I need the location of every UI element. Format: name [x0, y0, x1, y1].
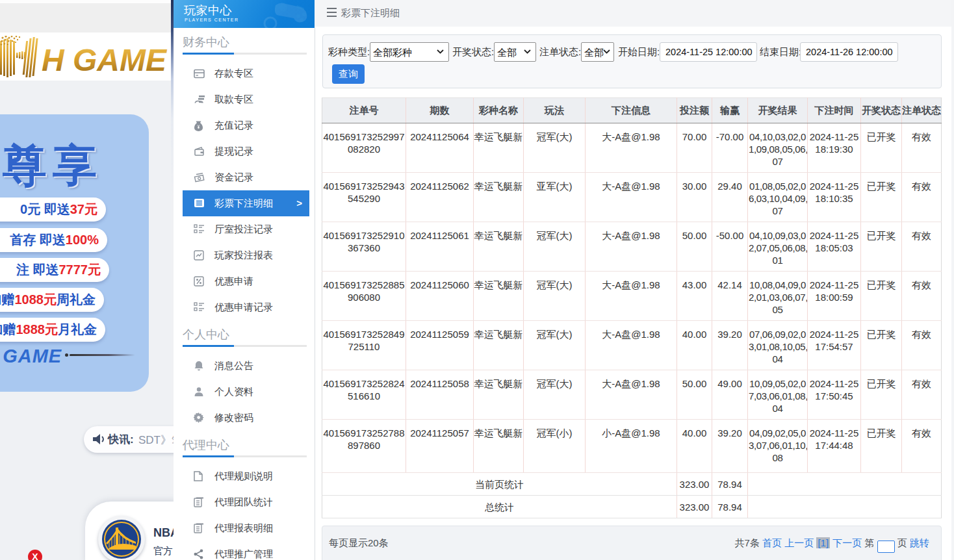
svg-text:H GAME: H GAME — [42, 43, 168, 77]
